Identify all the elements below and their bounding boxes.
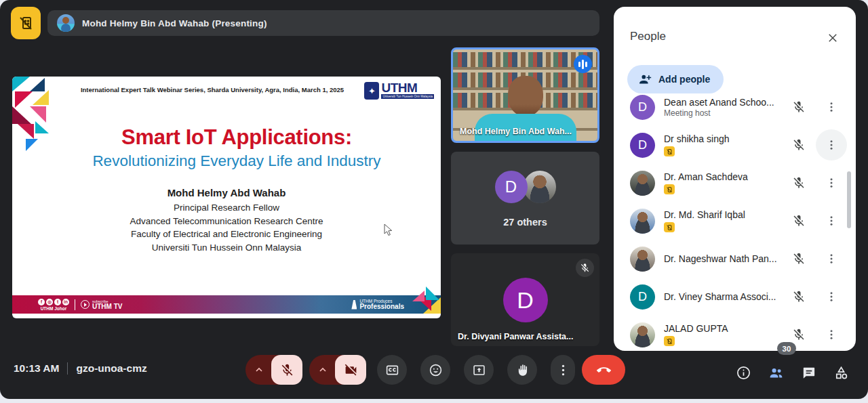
chat-icon [801,365,816,381]
more-options-button[interactable] [825,177,837,189]
twitter-icon: t [54,299,61,305]
slide-title: Smart IoT Applications: [39,125,434,150]
speaker-line: Advanced Telecommunication Research Cent… [12,215,441,228]
participant-row[interactable]: D Dr. Viney Sharma Associ... [614,278,856,316]
muted-chip [576,259,594,277]
mic-toggle-button[interactable] [271,355,302,385]
participant-row[interactable]: JALAD GUPTA [614,316,856,351]
more-vert-icon [556,363,570,377]
avatar: D [503,278,548,322]
avatar [630,247,655,272]
divider [67,362,68,375]
tile-name-label: Dr. Divyani Panwar Assista... [458,332,573,341]
people-button[interactable] [767,364,785,381]
more-vert-icon [825,101,837,113]
more-options-button[interactable] [825,215,837,227]
participant-name: Dr. Aman Sachdeva [664,171,787,182]
uthm-logo-text: UTHM [381,82,434,94]
more-vert-icon [825,291,837,303]
phone-off-badge [664,146,675,156]
chat-button[interactable] [800,364,817,381]
phone-off-icon [666,338,673,345]
participant-row[interactable]: D Dr shikha singh [614,126,856,164]
video-tile-presenter[interactable]: Mohd Helmy Bin Abd Wah... [451,47,599,143]
participant-row[interactable]: Dr. Nageshwar Nath Pan... [614,240,856,278]
more-vert-icon [825,139,837,151]
captions-icon [385,363,399,377]
more-options-button[interactable] [825,328,837,341]
camera-options-button[interactable] [309,355,336,385]
more-options-button[interactable] [825,291,837,303]
raise-hand-icon [515,363,530,377]
speaker-name: Mohd Helmy Abd Wahab [12,187,441,198]
speaker-block: Mohd Helmy Abd Wahab Principal Research … [12,187,441,254]
meet-window: Mohd Helmy Bin Abd Wahab (Presenting) In… [0,0,868,399]
mic-off-icon [792,176,806,190]
mic-off-icon [792,328,806,341]
participant-name: Dr shikha singh [664,133,787,144]
video-tile-others[interactable]: D 27 others [451,152,599,245]
present-button[interactable] [464,355,494,385]
activities-button[interactable] [832,364,850,381]
phone-off-badge [664,184,675,194]
participant-name: Dr. Nageshwar Nath Pan... [664,253,787,264]
footer-tagline: UTHM Produces Professionals [351,295,404,314]
youtube-cta: subscribe UTHM TV [81,299,122,310]
torch-icon [351,300,357,310]
control-bar: 10:13 AM gzo-unoa-cmz [0,349,868,395]
social-caption: UTHM Johor [41,306,67,311]
slide-footer-banner: f ◎ t in UTHM Johor subscribe UTHM TV [12,295,441,314]
end-call-button[interactable] [582,355,625,385]
presenter-avatar [57,14,75,32]
presentation-slide: International Expert Talk Webinar Series… [12,77,441,318]
avatar [630,209,655,234]
mic-control-group [245,355,302,385]
more-vert-icon [825,215,837,227]
avatar [524,171,556,203]
raise-hand-button[interactable] [507,355,537,385]
uthm-tv-label: UTHM TV [92,303,122,310]
camera-control-group [309,355,366,385]
speaker-line: Principal Research Fellow [12,201,441,215]
camera-toggle-button[interactable] [335,355,366,385]
mic-off-icon [792,138,806,152]
captions-button[interactable] [377,355,407,385]
participant-row[interactable]: D Dean aset Anand Schoo... Meeting host [614,88,856,126]
activities-icon [833,365,849,381]
others-avatars: D [495,171,556,203]
mic-off-icon [792,214,806,228]
uthm-logo: UTHM Universiti Tun Hussein Onn Malaysia [364,82,434,100]
more-options-button[interactable] [825,101,837,113]
phone-off-icon [666,148,673,155]
video-off-icon [344,363,358,377]
instagram-icon: ◎ [46,299,53,305]
participant-row[interactable]: Dr. Aman Sachdeva [614,164,856,202]
avatar: D [495,171,528,203]
participant-subtitle: Meeting host [664,108,787,118]
more-options-button[interactable] [825,253,837,265]
more-options-button[interactable] [825,139,837,151]
clock-label: 10:13 AM [14,362,59,375]
reactions-button[interactable] [420,355,450,385]
meeting-code-label: gzo-unoa-cmz [76,362,146,375]
more-options-button[interactable] [551,355,575,385]
meeting-details-button[interactable] [734,364,752,381]
people-icon [768,365,784,381]
participant-name: Dr. Md. Sharif Iqbal [664,209,787,220]
avatar [630,322,655,347]
mic-off-icon [792,100,806,114]
close-panel-button[interactable] [823,28,842,47]
phone-off-icon [18,15,34,31]
chevron-up-icon [317,364,328,375]
add-people-label: Add people [658,74,710,85]
mic-options-button[interactable] [245,355,273,385]
chevron-up-icon [254,364,264,375]
close-icon [827,32,839,44]
participant-row[interactable]: Dr. Md. Sharif Iqbal [614,202,856,240]
video-tile-participant[interactable]: D Dr. Divyani Panwar Assista... [451,253,599,346]
more-vert-icon [825,177,837,189]
panel-scrollbar[interactable] [847,171,851,228]
others-count-label: 27 others [451,217,599,228]
call-end-icon [597,363,611,377]
more-vert-icon [825,328,837,341]
